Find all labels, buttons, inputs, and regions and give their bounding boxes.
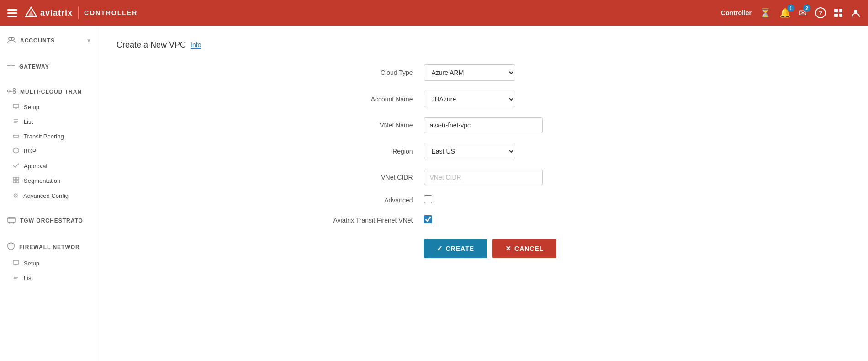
hourglass-icon[interactable]: ⏳: [760, 7, 771, 18]
cancel-button[interactable]: ✕ CANCEL: [492, 239, 556, 258]
firewall-label: FIREWALL NETWOR: [19, 244, 80, 250]
sidebar-item-setup2[interactable]: Setup: [0, 256, 98, 271]
account-name-label: Account Name: [323, 96, 424, 103]
vnet-name-field: [424, 117, 643, 133]
approval-label: Approval: [24, 163, 47, 170]
grid-icon[interactable]: [834, 9, 842, 17]
multicloud-icon: [7, 88, 16, 96]
aviatrix-transit-checkbox[interactable]: [424, 215, 432, 223]
accounts-label: ACCOUNTS: [20, 37, 55, 44]
create-button-label: CREATE: [446, 245, 475, 252]
sidebar-item-list1[interactable]: List: [0, 114, 98, 129]
account-name-select[interactable]: JHAzure: [424, 91, 515, 107]
page-header: Create a New VPC Info: [116, 40, 850, 50]
svg-point-4: [11, 37, 14, 40]
accounts-chevron: ▾: [87, 37, 90, 44]
mail-icon[interactable]: ✉ 2: [799, 7, 807, 18]
create-button[interactable]: ✓ CREATE: [424, 239, 487, 258]
hamburger-menu-icon[interactable]: [7, 9, 17, 17]
vnet-name-label: VNet Name: [323, 122, 424, 129]
sidebar-section-multicloud: MULTI-CLOUD TRAN Setup List Transit Peer…: [0, 78, 98, 206]
transit-peering-label: Transit Peering: [24, 133, 64, 140]
account-name-row: Account Name JHAzure: [323, 91, 643, 107]
svg-rect-31: [13, 260, 19, 264]
accounts-icon: [7, 36, 16, 46]
sidebar-section-accounts: ACCOUNTS ▾: [0, 26, 98, 52]
vnet-cidr-label: VNet CIDR: [323, 174, 424, 181]
svg-line-11: [10, 91, 13, 92]
aviatrix-logo: aviatrix: [25, 6, 73, 19]
region-select[interactable]: East US West US Central US: [424, 143, 515, 159]
main-content: Create a New VPC Info Cloud Type AWS Azu…: [98, 26, 868, 361]
svg-point-9: [13, 91, 16, 94]
sidebar-section-gateway: GATEWAY: [0, 52, 98, 78]
svg-rect-25: [13, 180, 16, 183]
sidebar-item-bgp[interactable]: BGP: [0, 143, 98, 159]
sidebar-item-list2[interactable]: List: [0, 271, 98, 285]
sidebar-item-segmentation[interactable]: Segmentation: [0, 173, 98, 188]
advanced-checkbox[interactable]: [424, 195, 432, 203]
svg-rect-24: [16, 177, 19, 180]
segmentation-icon: [13, 177, 19, 185]
sidebar-item-tgw[interactable]: TGW ORCHESTRATO: [0, 212, 98, 229]
sidebar-item-transit-peering[interactable]: Transit Peering: [0, 129, 98, 143]
sidebar-section-tgw: TGW ORCHESTRATO: [0, 206, 98, 232]
form-buttons: ✓ CREATE ✕ CANCEL: [323, 239, 643, 258]
sidebar-item-accounts[interactable]: ACCOUNTS ▾: [0, 32, 98, 49]
svg-rect-23: [13, 177, 16, 180]
help-icon[interactable]: ?: [815, 7, 826, 18]
advanced-field: [424, 195, 643, 205]
setup1-label: Setup: [24, 104, 39, 111]
gateway-icon: [7, 62, 15, 71]
aviatrix-transit-row: Aviatrix Transit Firenet VNet: [323, 215, 643, 225]
setup2-label: Setup: [24, 260, 39, 267]
vnet-name-row: VNet Name: [323, 117, 643, 133]
setup2-icon: [13, 260, 19, 267]
bell-badge: 1: [787, 5, 794, 12]
sidebar-section-firewall: FIREWALL NETWOR Setup List: [0, 232, 98, 288]
mail-badge: 2: [803, 5, 810, 12]
user-icon[interactable]: [851, 8, 861, 18]
advanced-label: Advanced: [323, 196, 424, 204]
list1-label: List: [24, 118, 33, 125]
svg-point-8: [13, 89, 16, 91]
sidebar-item-firewall[interactable]: FIREWALL NETWOR: [0, 239, 98, 256]
tgw-icon: [7, 216, 16, 226]
tgw-label: TGW ORCHESTRATO: [20, 218, 83, 224]
create-checkmark-icon: ✓: [437, 244, 443, 253]
controller-label: Controller: [84, 9, 138, 16]
approval-icon: [13, 162, 19, 170]
advanced-config-label: Advanced Config: [23, 192, 69, 199]
sidebar-item-multicloud[interactable]: MULTI-CLOUD TRAN: [0, 84, 98, 100]
cloud-type-select[interactable]: AWS Azure ARM GCP OCI: [424, 64, 515, 81]
vnet-name-input[interactable]: [424, 117, 543, 133]
sidebar-item-gateway[interactable]: GATEWAY: [0, 58, 98, 75]
bell-icon[interactable]: 🔔 1: [779, 7, 791, 18]
sidebar-item-setup1[interactable]: Setup: [0, 100, 98, 114]
sidebar-item-advanced-config[interactable]: ⚙ Advanced Config: [0, 188, 98, 203]
sidebar: ACCOUNTS ▾ GATEWAY: [0, 26, 98, 361]
setup1-icon: [13, 103, 19, 111]
svg-point-3: [9, 37, 11, 40]
svg-rect-27: [8, 218, 15, 222]
nav-right-actions: Controller ⏳ 🔔 1 ✉ 2 ?: [721, 7, 861, 18]
info-link[interactable]: Info: [191, 41, 201, 49]
gateway-label: GATEWAY: [19, 64, 49, 70]
list2-label: List: [24, 275, 33, 281]
cloud-type-field: AWS Azure ARM GCP OCI: [424, 64, 643, 81]
controller-title: Controller: [721, 9, 752, 16]
main-layout: ACCOUNTS ▾ GATEWAY: [0, 26, 868, 361]
create-vpc-form: Cloud Type AWS Azure ARM GCP OCI Account…: [323, 64, 643, 258]
svg-point-7: [8, 90, 10, 92]
vnet-cidr-row: VNet CIDR: [323, 170, 643, 185]
region-field: East US West US Central US: [424, 143, 643, 159]
segmentation-label: Segmentation: [24, 177, 60, 184]
region-row: Region East US West US Central US: [323, 143, 643, 159]
vnet-cidr-input[interactable]: [424, 170, 543, 185]
sidebar-item-approval[interactable]: Approval: [0, 159, 98, 173]
svg-line-10: [10, 90, 13, 91]
brand-name: aviatrix: [40, 8, 73, 18]
list2-icon: [13, 274, 19, 281]
cancel-button-label: CANCEL: [514, 245, 544, 252]
bgp-icon: [13, 147, 19, 155]
